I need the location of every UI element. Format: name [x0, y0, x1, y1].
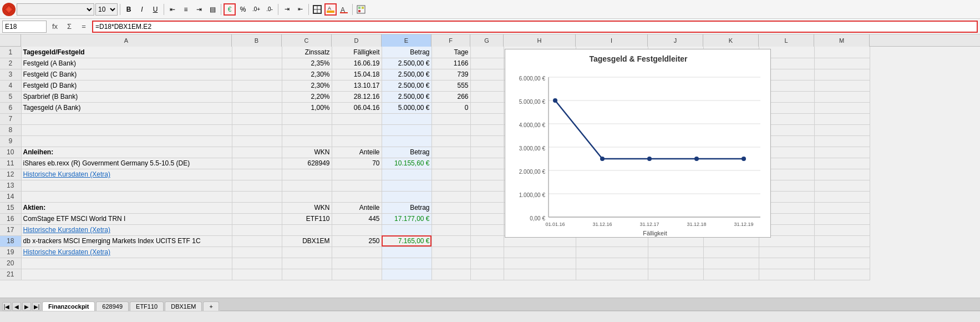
col-header-C[interactable]: C [282, 34, 332, 47]
cell-19-9[interactable] [648, 246, 703, 258]
cell-8-0[interactable] [21, 124, 232, 135]
col-header-F[interactable]: F [431, 34, 470, 47]
indent-button[interactable]: ⇥ [281, 3, 293, 16]
percent-button[interactable]: % [237, 3, 249, 16]
cell-8-3[interactable] [332, 124, 382, 135]
cell-11-12[interactable] [814, 158, 870, 169]
cell-6-2[interactable]: 1,00% [282, 102, 332, 113]
cell-11-5[interactable] [431, 158, 470, 169]
cell-17-1[interactable] [232, 224, 282, 235]
cell-11-2[interactable]: 628949 [282, 158, 332, 169]
cell-19-1[interactable] [232, 246, 282, 258]
cell-4-4[interactable]: 2.500,00 € [382, 80, 431, 91]
cell-21-12[interactable] [814, 269, 870, 280]
cell-3-2[interactable]: 2,30% [282, 69, 332, 80]
cell-10-6[interactable] [470, 147, 504, 158]
cell-19-8[interactable] [576, 246, 648, 258]
tab-prev-button[interactable]: ◀ [12, 302, 21, 311]
decrease-decimal-button[interactable]: .0- [263, 3, 276, 16]
col-header-M[interactable]: M [814, 34, 870, 47]
italic-button[interactable]: I [136, 3, 148, 16]
bold-button[interactable]: B [123, 3, 135, 16]
cell-20-7[interactable] [504, 258, 576, 269]
cell-5-5[interactable]: 266 [431, 91, 470, 102]
tab-next-button[interactable]: ▶ [22, 302, 31, 311]
cell-5-4[interactable]: 2.500,00 € [382, 91, 431, 102]
cell-1-0[interactable]: Tagesgeld/Festgeld [21, 47, 232, 58]
cell-19-5[interactable] [431, 246, 470, 258]
cell-7-3[interactable] [332, 113, 382, 124]
row-number-9[interactable]: 9 [0, 135, 21, 147]
cell-15-0[interactable]: Aktien: [21, 202, 232, 213]
row-number-10[interactable]: 10 [0, 147, 21, 158]
cell-4-0[interactable]: Festgeld (D Bank) [21, 80, 232, 91]
row-number-18[interactable]: 18 [0, 235, 21, 246]
cell-18-1[interactable] [232, 235, 282, 246]
row-number-12[interactable]: 12 [0, 169, 21, 180]
cell-12-6[interactable] [470, 169, 504, 180]
cell-14-5[interactable] [431, 191, 470, 202]
cell-3-3[interactable]: 15.04.18 [332, 69, 382, 80]
cell-18-2[interactable]: DBX1EM [282, 235, 332, 246]
cell-5-0[interactable]: Sparbrief (B Bank) [21, 91, 232, 102]
cell-20-0[interactable] [21, 258, 232, 269]
row-number-6[interactable]: 6 [0, 102, 21, 113]
tab-last-button[interactable]: ▶| [32, 302, 41, 311]
cell-7-1[interactable] [232, 113, 282, 124]
row-number-19[interactable]: 19 [0, 246, 21, 258]
cell-13-3[interactable] [332, 180, 382, 191]
row-number-4[interactable]: 4 [0, 80, 21, 91]
cell-21-2[interactable] [282, 269, 332, 280]
cell-9-12[interactable] [814, 135, 870, 147]
cell-19-12[interactable] [814, 246, 870, 258]
cell-12-3[interactable] [332, 169, 382, 180]
cell-15-4[interactable]: Betrag [382, 202, 431, 213]
formula-equals-button[interactable]: = [78, 21, 90, 33]
cell-18-3[interactable]: 250 [332, 235, 382, 246]
cell-8-12[interactable] [814, 124, 870, 135]
cell-4-1[interactable] [232, 80, 282, 91]
underline-button[interactable]: U [149, 3, 161, 16]
cell-18-12[interactable] [814, 235, 870, 246]
cell-20-1[interactable] [232, 258, 282, 269]
cell-11-4[interactable]: 10.155,60 € [382, 158, 431, 169]
cell-7-6[interactable] [470, 113, 504, 124]
cell-20-10[interactable] [703, 258, 759, 269]
cell-19-6[interactable] [470, 246, 504, 258]
increase-decimal-button[interactable]: .0+ [250, 3, 262, 16]
cell-19-0[interactable]: Historische Kursdaten (Xetra) [21, 246, 232, 258]
cell-10-4[interactable]: Betrag [382, 147, 431, 158]
cell-13-0[interactable] [21, 180, 232, 191]
cell-21-9[interactable] [648, 269, 703, 280]
currency-format-button[interactable]: € [224, 3, 236, 16]
cell-17-2[interactable] [282, 224, 332, 235]
col-header-A[interactable]: A [21, 34, 232, 47]
sheet-tab-dbx1em[interactable]: DBX1EM [165, 301, 202, 311]
cell-17-12[interactable] [814, 224, 870, 235]
cell-3-12[interactable] [814, 69, 870, 80]
row-number-17[interactable]: 17 [0, 224, 21, 235]
cell-17-3[interactable] [332, 224, 382, 235]
cell-13-5[interactable] [431, 180, 470, 191]
row-number-20[interactable]: 20 [0, 258, 21, 269]
outdent-button[interactable]: ⇤ [294, 3, 306, 16]
cell-12-5[interactable] [431, 169, 470, 180]
cell-20-9[interactable] [648, 258, 703, 269]
cell-12-12[interactable] [814, 169, 870, 180]
cell-1-2[interactable]: Zinssatz [282, 47, 332, 58]
cell-21-3[interactable] [332, 269, 382, 280]
row-number-11[interactable]: 11 [0, 158, 21, 169]
cell-18-5[interactable] [431, 235, 470, 246]
cell-19-4[interactable] [382, 246, 431, 258]
cell-11-1[interactable] [232, 158, 282, 169]
align-left-button[interactable]: ⇤ [166, 3, 179, 16]
cell-19-3[interactable] [332, 246, 382, 258]
row-number-2[interactable]: 2 [0, 58, 21, 69]
cell-19-10[interactable] [703, 246, 759, 258]
cell-9-1[interactable] [232, 135, 282, 147]
cell-9-4[interactable] [382, 135, 431, 147]
cell-14-1[interactable] [232, 191, 282, 202]
cell-2-1[interactable] [232, 58, 282, 69]
cell-5-3[interactable]: 28.12.16 [332, 91, 382, 102]
cell-5-2[interactable]: 2,20% [282, 91, 332, 102]
